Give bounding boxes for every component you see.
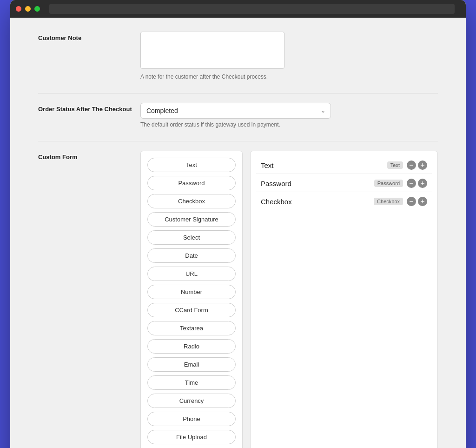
- customer-note-label: Customer Note: [38, 32, 140, 42]
- selected-item-text-actions: [407, 160, 427, 170]
- selected-item-password: Password Password: [256, 175, 432, 192]
- svg-rect-8: [423, 200, 423, 203]
- selected-item-text: Text Text: [256, 157, 432, 174]
- delete-checkbox-icon[interactable]: [407, 197, 416, 206]
- order-status-label: Order Status After The Checkout: [38, 103, 140, 114]
- custom-form-row: Custom Form Text Password Checkbox Custo…: [38, 151, 438, 448]
- customer-note-textarea[interactable]: [140, 32, 284, 69]
- minimize-button[interactable]: [25, 6, 31, 12]
- form-item-ccard-form[interactable]: CCard Form: [147, 303, 236, 317]
- svg-rect-6: [410, 201, 413, 202]
- delete-password-icon[interactable]: [407, 179, 416, 188]
- delete-text-icon[interactable]: [407, 160, 416, 170]
- svg-rect-5: [423, 181, 423, 185]
- svg-rect-0: [410, 165, 413, 166]
- add-checkbox-icon[interactable]: [418, 197, 427, 206]
- selected-item-text-badge: Text: [387, 161, 403, 169]
- form-items-panel: Text Password Checkbox Customer Signatur…: [140, 151, 243, 448]
- order-status-hint: The default order status if this gateway…: [140, 121, 438, 128]
- customer-note-row: Customer Note A note for the customer af…: [38, 32, 438, 80]
- form-selected-panel: Text Text: [250, 151, 438, 448]
- form-item-phone[interactable]: Phone: [147, 412, 236, 426]
- selected-item-checkbox-actions: [407, 197, 427, 206]
- svg-rect-3: [410, 183, 413, 184]
- form-item-radio[interactable]: Radio: [147, 339, 236, 354]
- app-window: Customer Note A note for the customer af…: [10, 0, 466, 448]
- form-item-currency[interactable]: Currency: [147, 394, 236, 408]
- order-status-select-wrapper: Completed Pending Processing On Hold Can…: [140, 103, 331, 119]
- order-status-select[interactable]: Completed Pending Processing On Hold Can…: [140, 103, 331, 119]
- svg-rect-2: [423, 163, 423, 167]
- selected-item-checkbox-badge: Checkbox: [374, 198, 403, 205]
- form-item-text[interactable]: Text: [147, 158, 236, 172]
- form-item-file-upload[interactable]: File Upload: [147, 430, 236, 444]
- divider-1: [38, 93, 438, 94]
- close-button[interactable]: [16, 6, 21, 12]
- selected-item-password-badge: Password: [374, 180, 403, 187]
- order-status-row: Order Status After The Checkout Complete…: [38, 103, 438, 128]
- form-item-number[interactable]: Number: [147, 285, 236, 299]
- form-item-time[interactable]: Time: [147, 375, 236, 390]
- selected-item-password-actions: [407, 179, 427, 188]
- custom-form-panels: Text Password Checkbox Customer Signatur…: [140, 151, 438, 448]
- selected-item-text-name: Text: [261, 161, 387, 169]
- maximize-button[interactable]: [34, 6, 40, 12]
- selected-item-checkbox: Checkbox Checkbox: [256, 193, 432, 210]
- form-item-checkbox[interactable]: Checkbox: [147, 194, 236, 208]
- selected-item-password-name: Password: [261, 180, 374, 187]
- customer-note-hint: A note for the customer after the Checko…: [140, 74, 438, 80]
- custom-form-label: Custom Form: [38, 151, 140, 161]
- add-password-icon[interactable]: [418, 179, 427, 188]
- form-item-customer-signature[interactable]: Customer Signature: [147, 212, 236, 227]
- form-item-select[interactable]: Select: [147, 230, 236, 245]
- main-content: Customer Note A note for the customer af…: [10, 18, 466, 448]
- form-item-date[interactable]: Date: [147, 248, 236, 263]
- selected-item-checkbox-name: Checkbox: [261, 198, 374, 206]
- titlebar: [10, 0, 466, 18]
- form-item-password[interactable]: Password: [147, 176, 236, 190]
- order-status-body: Completed Pending Processing On Hold Can…: [140, 103, 438, 128]
- form-item-email[interactable]: Email: [147, 357, 236, 372]
- form-item-url[interactable]: URL: [147, 267, 236, 281]
- url-bar[interactable]: [49, 4, 455, 14]
- divider-2: [38, 141, 438, 141]
- add-text-icon[interactable]: [418, 160, 427, 170]
- form-item-textarea[interactable]: Textarea: [147, 321, 236, 335]
- customer-note-body: A note for the customer after the Checko…: [140, 32, 438, 80]
